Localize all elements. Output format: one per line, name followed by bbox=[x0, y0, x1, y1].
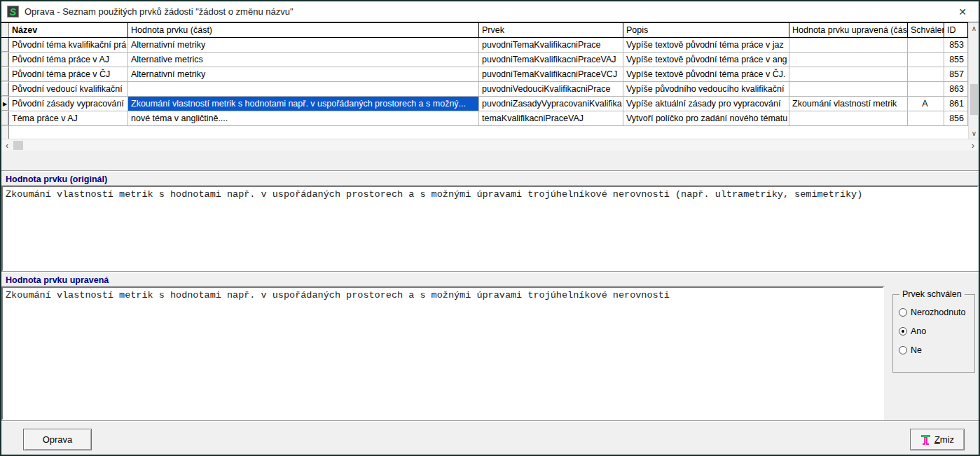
grid-cell[interactable] bbox=[789, 82, 908, 97]
radio-label: Ano bbox=[911, 326, 926, 336]
grid-cell[interactable]: Původní téma práce v ČJ bbox=[9, 67, 128, 82]
radio-label: Ne bbox=[911, 345, 922, 355]
grid-cell[interactable]: Zkoumání vlastností metrik bbox=[789, 97, 908, 111]
grid-cell[interactable]: 853 bbox=[944, 38, 968, 53]
vertical-scroll-thumb[interactable] bbox=[970, 84, 978, 115]
radio-circle-icon bbox=[899, 308, 907, 317]
grid-cell[interactable]: Vypíše textově původní téma práce v jaz bbox=[623, 38, 789, 53]
current-row-pointer-icon: ▶ bbox=[1, 97, 9, 111]
table-row[interactable]: Původní vedoucí kvalifikačnípuvodniVedou… bbox=[1, 82, 968, 97]
grid-cell[interactable]: Vypíše aktuální zásady pro vypracování bbox=[623, 97, 789, 111]
grid-cell[interactable] bbox=[908, 67, 944, 82]
grid-cell[interactable]: 856 bbox=[944, 111, 968, 126]
scroll-left-icon[interactable]: ‹ bbox=[1, 139, 13, 151]
table-row[interactable]: Původní téma kvalifikační práAlternativn… bbox=[1, 38, 968, 53]
elements-table: NázevHodnota prvku (část)PrvekPopisHodno… bbox=[1, 22, 968, 139]
grid-cell[interactable]: Vypíše původního vedoucího kvalifikační bbox=[623, 82, 789, 97]
edited-value-memo[interactable]: Zkoumání vlastností metrik s hodnotami n… bbox=[1, 286, 884, 420]
approval-panel: Prvek schválen NerozhodnutoAnoNe bbox=[884, 286, 979, 420]
radio-label: Nerozhodnuto bbox=[911, 308, 966, 317]
radio-ano[interactable]: Ano bbox=[899, 326, 974, 336]
column-header[interactable]: Hodnota prvku (část) bbox=[128, 23, 479, 37]
grid-cell[interactable]: 855 bbox=[944, 53, 968, 67]
grid-cell[interactable]: 857 bbox=[944, 67, 968, 82]
grid-cell[interactable]: Téma práce v AJ bbox=[9, 111, 128, 126]
title-bar: S Oprava - Seznam použitých prvků žádost… bbox=[1, 1, 979, 22]
grid-cell[interactable] bbox=[908, 38, 944, 53]
zmiz-button[interactable]: Zmiz bbox=[910, 429, 965, 450]
grid-cell[interactable]: Vytvoří políčko pro zadání nového tématu bbox=[623, 111, 789, 126]
grid-cell[interactable]: nové téma v angličtině.... bbox=[128, 111, 479, 126]
column-header[interactable]: Popis bbox=[623, 23, 789, 37]
grid-cell[interactable]: Alternativní metriky bbox=[128, 67, 479, 82]
grid-cell[interactable]: Původní zásady vypracování bbox=[9, 97, 128, 111]
scroll-right-icon[interactable]: › bbox=[967, 139, 979, 151]
column-header[interactable]: Prvek bbox=[479, 23, 623, 37]
horizontal-scroll-thumb[interactable] bbox=[13, 141, 23, 150]
table-row[interactable]: Téma práce v AJnové téma v angličtině...… bbox=[1, 111, 968, 126]
grid-cell[interactable]: puvodniVedouciKvalifikacniPrace bbox=[479, 82, 623, 97]
grid-cell[interactable]: Původní téma kvalifikační prá bbox=[9, 38, 128, 53]
radio-circle-icon bbox=[899, 346, 907, 354]
approval-group-label: Prvek schválen bbox=[899, 289, 965, 299]
app-logo-icon: S bbox=[7, 6, 19, 18]
row-indicator bbox=[1, 53, 9, 67]
oprava-button-label: Oprava bbox=[43, 434, 73, 445]
dialog-window: S Oprava - Seznam použitých prvků žádost… bbox=[0, 0, 980, 456]
horizontal-scrollbar[interactable]: ‹ › bbox=[1, 139, 979, 151]
grid-cell[interactable]: Vypíše textově původní téma práce v ang bbox=[623, 53, 789, 67]
grid-cell[interactable]: puvodniTemaKvalifikacniPraceVCJ bbox=[479, 67, 623, 82]
grid-cell[interactable] bbox=[908, 111, 944, 126]
grid-cell[interactable]: Vypíše textově původní téma práce v ČJ. bbox=[623, 67, 789, 82]
radio-nerozhodnuto[interactable]: Nerozhodnuto bbox=[899, 308, 974, 317]
window-title: Oprava - Seznam použitých prvků žádosti … bbox=[25, 6, 294, 17]
grid-cell[interactable] bbox=[789, 53, 908, 67]
grid-cell[interactable]: puvodniTemaKvalifikacniPrace bbox=[479, 38, 623, 53]
grid-cell[interactable]: Původní vedoucí kvalifikační bbox=[9, 82, 128, 97]
close-button[interactable]: ✕ bbox=[946, 1, 979, 22]
table-row[interactable]: ▶Původní zásady vypracováníZkoumání vlas… bbox=[1, 97, 968, 111]
row-indicator-strip bbox=[1, 126, 9, 139]
grid-cell[interactable] bbox=[908, 53, 944, 67]
table-row[interactable]: Původní téma práce v AJAlternative metri… bbox=[1, 53, 968, 67]
grid-cell[interactable]: Alternativní metriky bbox=[128, 38, 479, 53]
zmiz-button-label: Zmiz bbox=[934, 434, 954, 445]
grid-cell[interactable]: puvodniZasadyVypracovaniKvalifika bbox=[479, 97, 623, 111]
approval-options: NerozhodnutoAnoNe bbox=[893, 308, 974, 355]
grid-cell[interactable]: temaKvalifikacniPraceVAJ bbox=[479, 111, 623, 126]
row-indicator bbox=[1, 38, 9, 53]
bottom-bar: Oprava Zmiz bbox=[1, 420, 979, 455]
vertical-scrollbar[interactable]: ∧ ∨ bbox=[968, 22, 979, 139]
grid-cell[interactable]: Zkoumání vlastností metrik s hodnotami n… bbox=[128, 97, 479, 111]
original-value-label: Hodnota prvku (originál) bbox=[1, 171, 979, 186]
radio-circle-icon bbox=[899, 327, 907, 336]
indicator-header-cell bbox=[1, 23, 9, 37]
oprava-button[interactable]: Oprava bbox=[23, 429, 92, 450]
original-value-memo[interactable]: Zkoumání vlastností metrik s hodnotami n… bbox=[1, 186, 979, 272]
column-header[interactable]: Hodnota prvku upravená (část) bbox=[789, 23, 908, 37]
grid-cell[interactable] bbox=[908, 82, 944, 97]
column-header[interactable]: Název bbox=[9, 23, 128, 37]
grid-cell[interactable]: A bbox=[908, 97, 944, 111]
radio-ne[interactable]: Ne bbox=[899, 345, 974, 355]
grid-cell[interactable] bbox=[128, 82, 479, 97]
approval-groupbox: Prvek schválen NerozhodnutoAnoNe bbox=[892, 294, 975, 373]
scroll-up-icon[interactable]: ∧ bbox=[969, 22, 979, 34]
column-header[interactable]: Schváleno bbox=[908, 23, 944, 37]
grid-cell[interactable]: 861 bbox=[944, 97, 968, 111]
grid-cell[interactable]: Alternative metrics bbox=[128, 53, 479, 67]
close-icon: ✕ bbox=[958, 6, 967, 18]
table-row[interactable]: Původní téma práce v ČJAlternativní metr… bbox=[1, 67, 968, 82]
grid-cell[interactable] bbox=[789, 67, 908, 82]
edited-value-label: Hodnota prvku upravená bbox=[1, 272, 979, 286]
grid-cell[interactable] bbox=[789, 111, 908, 126]
grid-cell[interactable]: puvodniTemaKvalifikacniPraceVAJ bbox=[479, 53, 623, 67]
grid-cell[interactable]: Původní téma práce v AJ bbox=[9, 53, 128, 67]
exit-person-icon bbox=[920, 434, 931, 445]
scroll-down-icon[interactable]: ∨ bbox=[969, 127, 979, 139]
row-indicator bbox=[1, 82, 9, 97]
grid-empty-area bbox=[1, 126, 968, 139]
grid-cell[interactable]: 863 bbox=[944, 82, 968, 97]
column-header[interactable]: ID bbox=[944, 23, 968, 37]
grid-cell[interactable] bbox=[789, 38, 908, 53]
